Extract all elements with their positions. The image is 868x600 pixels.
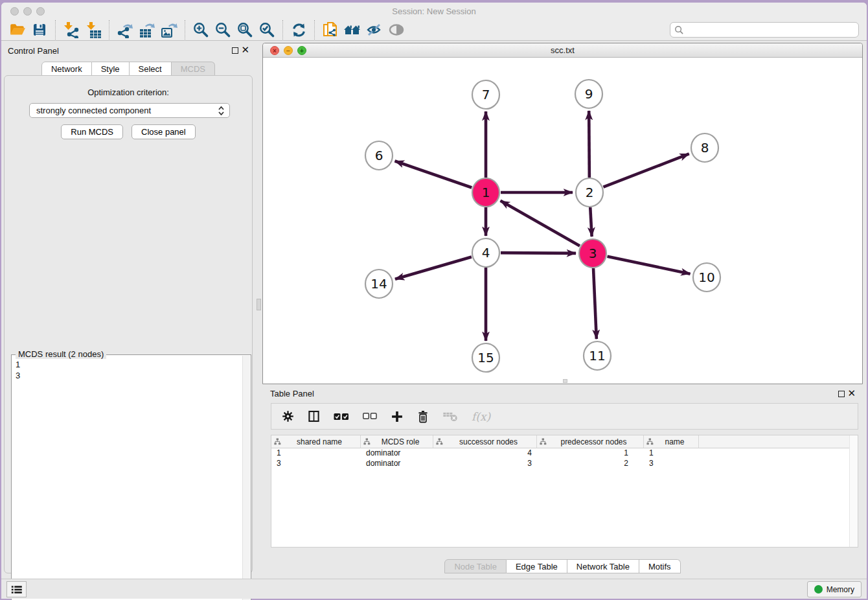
- close-table-panel-icon[interactable]: ✕: [847, 387, 856, 399]
- zoom-in-button[interactable]: [190, 20, 212, 40]
- zoom-fit-icon: [236, 21, 253, 38]
- search-input[interactable]: [687, 25, 854, 34]
- float-panel-icon[interactable]: [232, 47, 238, 54]
- table-row[interactable]: 3dominator323: [271, 459, 858, 469]
- export-image-icon: [161, 21, 177, 38]
- column-header-MCDS-role[interactable]: MCDS role: [361, 435, 433, 448]
- node-table[interactable]: shared nameMCDS rolesuccessor nodesprede…: [271, 435, 858, 548]
- splitter-grip[interactable]: [257, 299, 261, 310]
- edge-4-14[interactable]: [395, 257, 472, 279]
- table-row[interactable]: 1dominator411: [271, 448, 858, 459]
- zoom-selected-button[interactable]: [256, 20, 278, 40]
- export-image-button[interactable]: [158, 20, 180, 40]
- hide-details-icon: [366, 22, 383, 38]
- node-label-3: 3: [589, 246, 597, 261]
- column-header-shared-name[interactable]: shared name: [271, 435, 361, 448]
- tab-select[interactable]: Select: [130, 62, 172, 76]
- mcds-result-scrollbar[interactable]: [242, 356, 250, 600]
- import-network-button[interactable]: [60, 20, 82, 40]
- export-network-button[interactable]: [114, 20, 136, 40]
- tab-style[interactable]: Style: [92, 62, 130, 76]
- zoom-out-button[interactable]: [212, 20, 234, 40]
- select-all-checks-button[interactable]: [334, 413, 349, 421]
- network-canvas[interactable]: 7968124314101511: [263, 58, 862, 384]
- column-chooser-button[interactable]: [308, 410, 320, 422]
- edge-3-11[interactable]: [593, 268, 597, 339]
- edge-2-9[interactable]: [589, 111, 589, 178]
- task-list-icon: [11, 584, 23, 595]
- add-row-button[interactable]: [391, 410, 404, 423]
- open-session-icon: [9, 21, 26, 38]
- column-header-successor-nodes[interactable]: successor nodes: [433, 435, 537, 448]
- edge-3-1[interactable]: [501, 201, 580, 246]
- export-table-button[interactable]: [136, 20, 158, 40]
- zoom-out-icon: [214, 21, 231, 38]
- memory-button[interactable]: Memory: [807, 581, 862, 597]
- window-title: Session: New Session: [1, 6, 867, 16]
- network-overview-button[interactable]: [341, 20, 363, 40]
- cell[interactable]: 3: [644, 459, 699, 469]
- tab-network-table[interactable]: Network Table: [567, 559, 639, 573]
- main-toolbar: [1, 19, 867, 41]
- cell[interactable]: dominator: [361, 459, 433, 469]
- export-table-icon: [139, 21, 155, 38]
- function-builder-button[interactable]: f(x): [472, 410, 490, 423]
- edge-4-3[interactable]: [501, 253, 576, 253]
- node-label-8: 8: [701, 140, 709, 156]
- network-graph[interactable]: 7968124314101511: [263, 58, 862, 384]
- canvas-grip[interactable]: [563, 379, 567, 383]
- edge-1-6[interactable]: [395, 161, 472, 187]
- run-mcds-button[interactable]: Run MCDS: [61, 124, 123, 139]
- cell[interactable]: 3: [433, 459, 537, 469]
- close-panel-icon[interactable]: ✕: [241, 44, 249, 56]
- delete-table-icon: [442, 411, 458, 422]
- cell[interactable]: 3: [271, 459, 361, 469]
- cell[interactable]: 4: [433, 448, 537, 459]
- tab-edge-table[interactable]: Edge Table: [507, 559, 567, 573]
- node-label-4: 4: [482, 245, 490, 260]
- table-header-row: shared nameMCDS rolesuccessor nodesprede…: [271, 435, 858, 448]
- tab-node-table[interactable]: Node Table: [444, 559, 507, 573]
- column-header-name[interactable]: name: [644, 435, 699, 448]
- hide-details-button[interactable]: [363, 20, 385, 40]
- zoom-fit-button[interactable]: [234, 20, 256, 40]
- search-field[interactable]: [670, 22, 859, 38]
- float-table-panel-icon[interactable]: [838, 391, 845, 397]
- settings-gear-button[interactable]: [282, 410, 294, 422]
- column-header-predecessor-nodes[interactable]: predecessor nodes: [537, 435, 644, 448]
- refresh-layout-button[interactable]: [288, 20, 310, 40]
- panel-splitter[interactable]: [255, 41, 262, 579]
- import-table-button[interactable]: [82, 20, 104, 40]
- task-history-button[interactable]: [6, 581, 27, 597]
- control-panel-tabs: NetworkStyleSelectMCDS: [1, 62, 255, 76]
- cell[interactable]: 1: [644, 448, 699, 459]
- deselect-all-checks-button[interactable]: [363, 413, 377, 420]
- node-label-15: 15: [477, 350, 494, 365]
- control-panel: Control Panel ✕ NetworkStyleSelectMCDS O…: [1, 41, 255, 579]
- delete-table-button[interactable]: [442, 411, 458, 422]
- edge-2-3[interactable]: [590, 207, 591, 237]
- tab-motifs[interactable]: Motifs: [639, 559, 681, 573]
- criterion-select[interactable]: strongly connected component: [29, 103, 230, 118]
- cell[interactable]: 1: [271, 448, 361, 459]
- close-panel-button[interactable]: Close panel: [131, 124, 196, 139]
- duplicate-network-button[interactable]: [319, 20, 341, 40]
- tab-network[interactable]: Network: [41, 62, 92, 76]
- cell[interactable]: dominator: [361, 448, 433, 459]
- node-label-2: 2: [586, 185, 594, 200]
- edge-3-10[interactable]: [608, 257, 691, 274]
- open-session-button[interactable]: [6, 20, 29, 40]
- mcds-result-list[interactable]: 1 3: [16, 359, 240, 599]
- delete-row-button[interactable]: [417, 410, 429, 423]
- show-details-button[interactable]: [385, 20, 407, 40]
- column-chooser-icon: [308, 410, 320, 422]
- table-scrollbar[interactable]: [849, 435, 858, 547]
- cell[interactable]: 2: [537, 459, 644, 469]
- cell[interactable]: 1: [537, 448, 644, 459]
- table-panel-title: Table Panel: [270, 389, 314, 398]
- export-network-icon: [117, 21, 133, 38]
- delete-row-icon: [417, 410, 429, 423]
- save-session-button[interactable]: [29, 20, 51, 40]
- tab-mcds[interactable]: MCDS: [172, 62, 215, 76]
- edge-2-8[interactable]: [603, 154, 689, 187]
